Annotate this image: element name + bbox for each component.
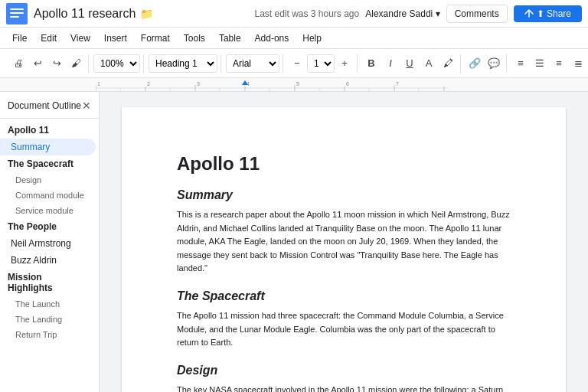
svg-text:2: 2 (147, 81, 150, 87)
font-size-decrease[interactable]: − (288, 54, 306, 73)
outline-item-design[interactable]: Design (0, 172, 96, 188)
outline-item-people[interactable]: The People (0, 218, 96, 235)
share-label: ⬆ Share (537, 8, 571, 19)
svg-text:1: 1 (97, 81, 100, 87)
outline-title: Document Outline (8, 100, 81, 111)
document-title: Apollo 11 research 📁 (34, 7, 254, 21)
format-paint-button[interactable]: 🖌 (67, 54, 85, 73)
underline-button[interactable]: U (400, 54, 419, 73)
toolbar-insert-group: 🔗 💬 (462, 54, 507, 73)
outline-item-spacecraft[interactable]: The Spacecraft (0, 155, 96, 172)
comments-button[interactable]: Comments (446, 5, 508, 23)
outline-item-summary[interactable]: Summary (0, 139, 96, 155)
user-account[interactable]: Alexandre Saddi ▾ (365, 8, 439, 19)
outline-item-service-module[interactable]: Service module (0, 203, 96, 218)
print-button[interactable]: 🖨 (9, 54, 28, 73)
bold-button[interactable]: B (362, 54, 381, 73)
redo-button[interactable]: ↪ (47, 54, 66, 73)
title-bar: Apollo 11 research 📁 Last edit was 3 hou… (0, 0, 588, 28)
title-text: Apollo 11 research (34, 7, 136, 21)
menu-edit[interactable]: Edit (34, 31, 63, 45)
ruler-svg: 1 2 3 4 5 6 7 (96, 79, 448, 91)
menu-tools[interactable]: Tools (178, 31, 211, 45)
menu-format[interactable]: Format (135, 31, 176, 45)
align-right-button[interactable]: ≡ (550, 54, 568, 73)
outline-item-neil[interactable]: Neil Armstrong (0, 235, 96, 252)
share-icon (524, 9, 534, 18)
menu-table[interactable]: Table (213, 31, 247, 45)
toolbar-history-group: 🖨 ↩ ↪ 🖌 (6, 54, 89, 73)
font-select[interactable]: Arial (226, 54, 279, 73)
toolbar-align-group: ≡ ☰ ≡ ≣ (508, 54, 588, 73)
main-layout: Document Outline ✕ Apollo 11 Summary The… (0, 92, 588, 392)
align-left-button[interactable]: ≡ (511, 54, 530, 73)
outline-item-launch[interactable]: The Launch (0, 296, 96, 312)
svg-text:6: 6 (346, 81, 349, 87)
text-color-button[interactable]: A (420, 54, 438, 73)
style-select[interactable]: Heading 1 (149, 54, 217, 73)
document-page: Apollo 11 Summary This is a research pap… (122, 107, 566, 392)
menu-addons[interactable]: Add-ons (249, 31, 296, 45)
title-bar-right: Last edit was 3 hours ago Alexandre Sadd… (254, 5, 582, 23)
sidebar-header: Document Outline ✕ (0, 92, 99, 119)
italic-button[interactable]: I (381, 54, 400, 73)
doc-body-spacecraft: The Apollo 11 mission had three spacecra… (177, 309, 511, 350)
toolbar-style-group: Heading 1 (145, 54, 221, 73)
doc-body-design: The key NASA spacecraft involved in the … (177, 384, 511, 392)
doc-body-summary: This is a research paper about the Apoll… (177, 208, 511, 276)
menu-insert[interactable]: Insert (98, 31, 133, 45)
zoom-select[interactable]: 100% (93, 54, 140, 73)
svg-text:5: 5 (296, 81, 299, 87)
doc-heading-design: Design (177, 364, 511, 377)
outline-items: Apollo 11 Summary The Spacecraft Design … (0, 119, 99, 345)
menu-bar: File Edit View Insert Format Tools Table… (0, 28, 588, 49)
svg-rect-3 (10, 16, 19, 18)
justify-button[interactable]: ≣ (569, 54, 587, 73)
font-size-increase[interactable]: + (335, 54, 354, 73)
highlight-button[interactable]: 🖍 (439, 54, 457, 73)
document-area[interactable]: Apollo 11 Summary This is a research pap… (100, 92, 588, 392)
outline-item-command-module[interactable]: Command module (0, 188, 96, 203)
outline-item-mission[interactable]: Mission Highlights (0, 269, 96, 296)
align-center-button[interactable]: ☰ (531, 54, 549, 73)
svg-rect-1 (10, 8, 24, 10)
app-logo (6, 3, 28, 24)
undo-button[interactable]: ↩ (28, 54, 47, 73)
svg-text:7: 7 (396, 81, 399, 87)
doc-heading-summary: Summary (177, 188, 511, 202)
menu-help[interactable]: Help (296, 31, 328, 45)
toolbar-zoom-group: 100% (90, 54, 144, 73)
menu-view[interactable]: View (64, 31, 96, 45)
svg-text:3: 3 (197, 81, 200, 87)
font-size-select[interactable]: 11 (307, 54, 335, 73)
outline-item-return[interactable]: Return Trip (0, 327, 96, 342)
last-saved: Last edit was 3 hours ago (254, 8, 359, 19)
svg-rect-2 (10, 12, 24, 14)
toolbar-text-format-group: B I U A 🖍 (359, 54, 461, 73)
document-outline-sidebar: Document Outline ✕ Apollo 11 Summary The… (0, 92, 100, 392)
outline-item-apollo11[interactable]: Apollo 11 (0, 122, 96, 139)
outline-item-buzz[interactable]: Buzz Aldrin (0, 252, 96, 269)
doc-heading-spacecraft: The Spacecraft (177, 289, 511, 303)
toolbar-size-group: − 11 + (285, 54, 358, 73)
ruler: 1 2 3 4 5 6 7 (0, 78, 588, 92)
folder-icon[interactable]: 📁 (140, 8, 153, 20)
comment-button[interactable]: 💬 (485, 54, 503, 73)
outline-item-landing[interactable]: The Landing (0, 312, 96, 327)
sidebar-close-button[interactable]: ✕ (82, 100, 91, 112)
toolbar-font-group: Arial (223, 54, 283, 73)
doc-main-title: Apollo 11 (177, 153, 511, 175)
menu-file[interactable]: File (6, 31, 33, 45)
share-button[interactable]: ⬆ Share (514, 5, 582, 22)
link-button[interactable]: 🔗 (466, 54, 484, 73)
toolbar: 🖨 ↩ ↪ 🖌 100% Heading 1 Arial − 11 + B I … (0, 49, 588, 78)
